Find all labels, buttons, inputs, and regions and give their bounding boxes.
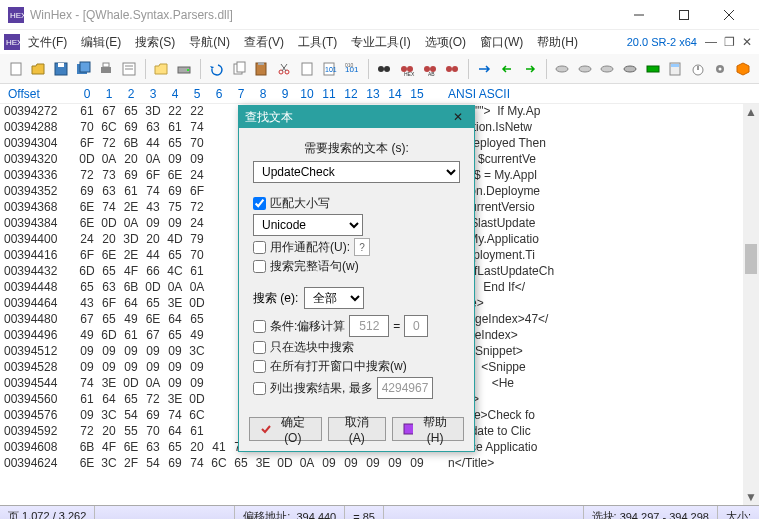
hex-cell[interactable]: 67 bbox=[98, 104, 120, 120]
props-icon[interactable] bbox=[119, 58, 139, 80]
col-header[interactable]: 7 bbox=[230, 87, 252, 101]
ascii-cell[interactable]: orkDeployed Then bbox=[448, 136, 759, 152]
ascii-cell[interactable]: rsion$ = My.Appl bbox=[448, 168, 759, 184]
dialog-close-button[interactable]: ✕ bbox=[448, 108, 468, 126]
diskgrey1-icon[interactable] bbox=[552, 58, 572, 80]
cancel-button[interactable]: 取消(A) bbox=[328, 417, 386, 441]
hex-cell[interactable]: 2E bbox=[120, 200, 142, 216]
hex-cell[interactable]: 61 bbox=[186, 424, 208, 440]
offset-cell[interactable]: 00394384 bbox=[4, 216, 76, 232]
hex-cell[interactable]: 43 bbox=[142, 200, 164, 216]
hex-cell[interactable]: 72 bbox=[76, 168, 98, 184]
menu-search[interactable]: 搜索(S) bbox=[129, 32, 181, 53]
ascii-cell[interactable]: eck End If</ bbox=[448, 280, 759, 296]
only-block-checkbox[interactable] bbox=[253, 341, 266, 354]
offset-cell[interactable]: 00394560 bbox=[4, 392, 76, 408]
hex-cell[interactable]: 69 bbox=[76, 184, 98, 200]
cond-offset-checkbox[interactable] bbox=[253, 320, 266, 333]
col-header[interactable]: 8 bbox=[252, 87, 274, 101]
hex-cell[interactable]: 72 bbox=[98, 136, 120, 152]
col-header[interactable]: 5 bbox=[186, 87, 208, 101]
ascii-cell[interactable]: <ImageIndex>47</ bbox=[448, 312, 759, 328]
ascii-cell[interactable]: n.Deployment.Ti bbox=[448, 248, 759, 264]
hex-cell[interactable]: 3D bbox=[142, 104, 164, 120]
scrollbar[interactable]: ▲ ▼ bbox=[743, 104, 759, 505]
ok-button[interactable]: 确定(O) bbox=[249, 417, 322, 441]
open-icon[interactable] bbox=[29, 58, 49, 80]
hex-cell[interactable]: 6D bbox=[76, 264, 98, 280]
ascii-cell[interactable]: <Title>Check fo bbox=[448, 408, 759, 424]
hex-cell[interactable]: 70 bbox=[186, 136, 208, 152]
hex-cell[interactable]: 67 bbox=[76, 312, 98, 328]
menu-options[interactable]: 选项(O) bbox=[419, 32, 472, 53]
hex-cell[interactable]: 66 bbox=[142, 264, 164, 280]
hex-cell[interactable]: 6C bbox=[208, 456, 230, 472]
offset-cell[interactable]: 00394272 bbox=[4, 104, 76, 120]
hex-cell[interactable]: 0D bbox=[186, 296, 208, 312]
hex-cell[interactable]: 2F bbox=[120, 456, 142, 472]
hex-cell[interactable]: 0D bbox=[186, 392, 208, 408]
hex-row[interactable]: 6E3C2F5469746C653E0D0A0909090909 bbox=[76, 456, 428, 472]
print-icon[interactable] bbox=[96, 58, 116, 80]
hex-cell[interactable]: 69 bbox=[120, 168, 142, 184]
hex-cell[interactable]: 20 bbox=[120, 152, 142, 168]
hex-cell[interactable]: 65 bbox=[76, 280, 98, 296]
hex-cell[interactable]: 09 bbox=[76, 408, 98, 424]
hex-cell[interactable]: 24 bbox=[186, 216, 208, 232]
col-header[interactable]: 13 bbox=[362, 87, 384, 101]
hex-cell[interactable]: 6E bbox=[76, 456, 98, 472]
menu-help[interactable]: 帮助(H) bbox=[531, 32, 584, 53]
hex-cell[interactable]: 63 bbox=[142, 440, 164, 456]
hex-cell[interactable]: 3C bbox=[98, 408, 120, 424]
maximize-button[interactable] bbox=[661, 0, 706, 30]
hex-cell[interactable]: 6F bbox=[142, 168, 164, 184]
hex-cell[interactable]: 3E bbox=[164, 296, 186, 312]
hex-cell[interactable]: 65 bbox=[98, 264, 120, 280]
hex-cell[interactable]: 0A bbox=[186, 280, 208, 296]
hex-cell[interactable]: 6D bbox=[98, 328, 120, 344]
hex-cell[interactable]: 54 bbox=[142, 456, 164, 472]
undo-icon[interactable] bbox=[207, 58, 227, 80]
hex-cell[interactable]: 6E bbox=[98, 248, 120, 264]
hex-cell[interactable]: 3E bbox=[98, 376, 120, 392]
col-header[interactable]: 6 bbox=[208, 87, 230, 101]
hex-cell[interactable]: 65 bbox=[164, 136, 186, 152]
hex-cell[interactable]: 09 bbox=[98, 344, 120, 360]
offset-cell[interactable]: 00394464 bbox=[4, 296, 76, 312]
hex-cell[interactable]: 09 bbox=[120, 344, 142, 360]
hex-cell[interactable]: 24 bbox=[186, 168, 208, 184]
hex-cell[interactable]: 20 bbox=[98, 232, 120, 248]
folder-icon[interactable] bbox=[151, 58, 171, 80]
status-sel-value[interactable]: 394,297 - 394,298 bbox=[620, 511, 709, 520]
hex-cell[interactable]: 74 bbox=[76, 376, 98, 392]
hex-cell[interactable]: 65 bbox=[120, 392, 142, 408]
hex-cell[interactable]: 09 bbox=[98, 360, 120, 376]
close-button[interactable] bbox=[706, 0, 751, 30]
find-hex-icon[interactable]: HEX bbox=[397, 58, 417, 80]
col-header[interactable]: 12 bbox=[340, 87, 362, 101]
offset-cell[interactable]: 00394576 bbox=[4, 408, 76, 424]
hex-cell[interactable]: 20 bbox=[142, 232, 164, 248]
scroll-thumb[interactable] bbox=[745, 244, 757, 274]
hex-cell[interactable]: 0D bbox=[120, 376, 142, 392]
col-header[interactable]: 15 bbox=[406, 87, 428, 101]
ascii-cell[interactable]: $ = My.Applicatio bbox=[448, 232, 759, 248]
hex-cell[interactable]: 3E bbox=[164, 392, 186, 408]
hex-cell[interactable]: 72 bbox=[142, 392, 164, 408]
offset-cell[interactable]: 00394368 bbox=[4, 200, 76, 216]
hex-cell[interactable]: 0A bbox=[164, 280, 186, 296]
hex-cell[interactable]: 20 bbox=[98, 424, 120, 440]
hex-cell[interactable]: 65 bbox=[120, 104, 142, 120]
ascii-cell[interactable]: ImageIndex> bbox=[448, 328, 759, 344]
hex-cell[interactable]: 69 bbox=[142, 408, 164, 424]
offset-cell[interactable]: 00394448 bbox=[4, 280, 76, 296]
ascii-cell[interactable]: kOnce Applicatio bbox=[448, 440, 759, 456]
hex-cell[interactable]: 09 bbox=[362, 456, 384, 472]
hex-cell[interactable]: 6E bbox=[164, 168, 186, 184]
hex-cell[interactable]: 41 bbox=[208, 440, 230, 456]
menu-tools[interactable]: 工具(T) bbox=[292, 32, 343, 53]
hex-cell[interactable]: 6B bbox=[76, 440, 98, 456]
hex-cell[interactable]: 4C bbox=[164, 264, 186, 280]
ascii-cell[interactable]: <Snippe bbox=[448, 360, 759, 376]
find-again-icon[interactable] bbox=[442, 58, 462, 80]
